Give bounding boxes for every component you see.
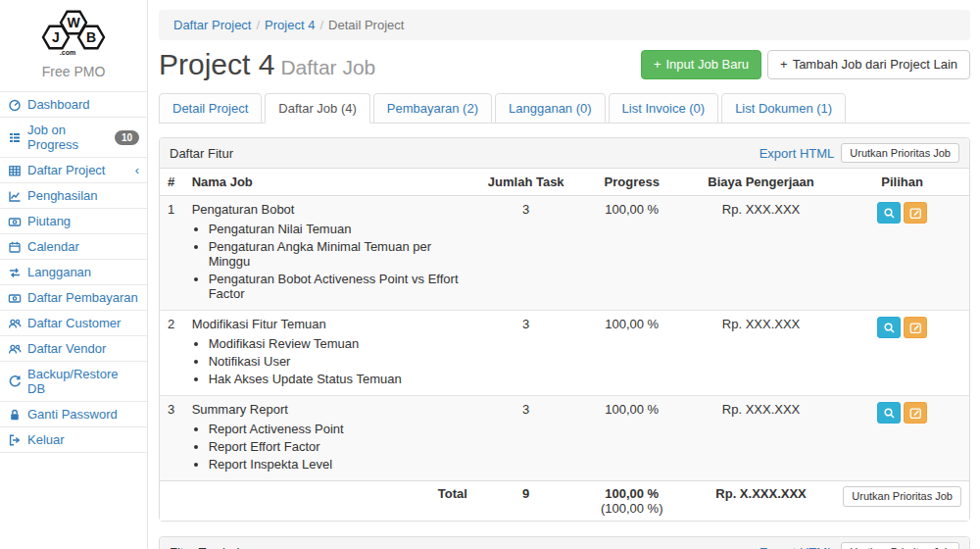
edit-job-button[interactable]	[904, 402, 927, 424]
table-row: 3 Summary Report Report Activeness Point…	[160, 396, 969, 481]
sidebar-item-daftar-pembayaran[interactable]: Daftar Pembayaran	[0, 285, 147, 311]
view-job-button[interactable]	[877, 402, 901, 424]
sidebar-item-daftar-vendor[interactable]: Daftar Vendor	[0, 336, 147, 362]
sidebar-item-label: Dashboard	[27, 97, 90, 112]
page-subtitle: Daftar Job	[280, 56, 375, 78]
view-job-button[interactable]	[877, 317, 901, 338]
logo-letter-j: J	[52, 29, 60, 45]
page-title: Project 4Daftar Job	[159, 48, 375, 81]
export-html-link[interactable]: Export HTML	[760, 545, 835, 549]
panel-actions: Export HTML Urutkan Prioritas Job	[760, 542, 959, 549]
users-icon	[8, 342, 22, 356]
edit-icon	[909, 322, 922, 334]
plus-icon: +	[654, 57, 662, 74]
edit-job-button[interactable]	[904, 202, 927, 224]
sign-out-icon	[8, 433, 22, 447]
sidebar-item-backup-restore[interactable]: Backup/Restore DB	[0, 362, 147, 402]
tab-langganan[interactable]: Langganan (0)	[495, 93, 606, 124]
breadcrumb-link-daftar-project[interactable]: Daftar Project	[173, 18, 251, 32]
brand-name: Free PMO	[0, 60, 147, 91]
daftar-fitur-table: # Nama Job Jumlah Task Progress Biaya Pe…	[160, 169, 969, 521]
total-row: Total 9 100,00 % (100,00 %) Rp. X.XXX.XX…	[160, 481, 969, 522]
job-count-badge: 10	[115, 130, 139, 145]
progress-cell: 100,00 %	[577, 311, 687, 396]
dashboard-icon	[8, 98, 22, 112]
total-cost: Rp. X.XXX.XXX	[687, 481, 835, 522]
job-cell: Modifikasi Fitur Temuan Modifikasi Revie…	[184, 311, 475, 396]
input-job-baru-button[interactable]: + Input Job Baru	[641, 50, 761, 80]
job-cell: Summary Report Report Activeness Point R…	[184, 396, 475, 481]
col-biaya-pengerjaan: Biaya Pengerjaan	[687, 169, 835, 196]
sidebar-item-dashboard[interactable]: Dashboard	[0, 92, 147, 118]
panel-daftar-fitur: Daftar Fitur Export HTML Urutkan Priorit…	[159, 137, 970, 522]
button-label: Input Job Baru	[665, 57, 749, 74]
job-title: Summary Report	[192, 402, 288, 417]
tab-list-dokumen[interactable]: List Dokumen (1)	[721, 93, 846, 124]
page-header: Project 4Daftar Job + Input Job Baru + T…	[159, 48, 970, 81]
project-title: Project 4	[159, 48, 274, 80]
lock-icon	[8, 408, 22, 422]
tab-daftar-job[interactable]: Daftar Job (4)	[265, 93, 369, 124]
sidebar-item-label: Calendar	[27, 239, 79, 254]
subtask-list: Report Activeness Point Report Effort Fa…	[192, 422, 467, 472]
view-job-button[interactable]	[877, 202, 901, 224]
urutkan-prioritas-job-button[interactable]: Urutkan Prioritas Job	[843, 486, 961, 506]
edit-job-button[interactable]	[904, 317, 927, 338]
sidebar-item-calendar[interactable]: Calendar	[0, 234, 147, 260]
jumlah-task-cell: 3	[475, 311, 577, 396]
subtask-item: Pengaturan Angka Minimal Temuan per Ming…	[209, 239, 467, 269]
col-number: #	[160, 169, 184, 196]
export-html-link[interactable]: Export HTML	[760, 146, 835, 161]
sidebar-item-label: Ganti Password	[27, 407, 118, 422]
button-label: Tambah Job dari Project Lain	[793, 57, 957, 74]
tab-detail-project[interactable]: Detail Project	[159, 93, 262, 124]
sidebar-item-label: Keluar	[27, 432, 65, 447]
logo-com-text: .com	[60, 49, 75, 56]
main-content: Daftar Project/Project 4/Detail Project …	[148, 0, 980, 549]
sidebar-item-daftar-project[interactable]: Daftar Project ‹	[0, 158, 147, 183]
sidebar-item-job-on-progress[interactable]: Job on Progress 10	[0, 118, 147, 158]
tab-list-invoice[interactable]: List Invoice (0)	[609, 93, 719, 124]
job-cell: Pengaturan Bobot Pengaturan Nilai Temuan…	[184, 196, 475, 311]
subtask-item: Hak Akses Update Status Temuan	[209, 372, 467, 386]
edit-icon	[909, 407, 922, 420]
urutkan-prioritas-job-button[interactable]: Urutkan Prioritas Job	[841, 542, 959, 549]
row-number: 3	[160, 396, 184, 481]
panel-title: Fitur Tambahan	[170, 545, 258, 549]
tab-pembayaran[interactable]: Pembayaran (2)	[373, 93, 492, 124]
logo-letter-w: W	[67, 15, 80, 30]
job-title: Pengaturan Bobot	[192, 202, 295, 217]
breadcrumb-separator: /	[319, 18, 323, 32]
biaya-cell: Rp. XXX.XXX	[687, 396, 835, 481]
jwb-logo-icon: W J B .com	[28, 8, 119, 57]
sidebar-item-keluar[interactable]: Keluar	[0, 427, 147, 453]
col-jumlah-task: Jumlah Task	[475, 169, 577, 196]
total-progress: 100,00 % (100,00 %)	[577, 481, 687, 522]
row-number: 2	[160, 311, 184, 396]
urutkan-prioritas-job-button[interactable]: Urutkan Prioritas Job	[841, 143, 959, 163]
breadcrumb: Daftar Project/Project 4/Detail Project	[159, 10, 970, 40]
sidebar-item-langganan[interactable]: Langganan	[0, 260, 147, 285]
logo-letter-b: B	[86, 29, 96, 45]
sidebar-item-daftar-customer[interactable]: Daftar Customer	[0, 311, 147, 336]
subtask-item: Report Effort Factor	[209, 439, 467, 454]
subtask-item: Modifikasi Review Temuan	[209, 336, 467, 351]
line-chart-icon	[8, 189, 22, 203]
sidebar-item-label: Backup/Restore DB	[27, 367, 139, 396]
sidebar-item-label: Daftar Vendor	[27, 341, 106, 356]
table-icon	[8, 164, 22, 177]
breadcrumb-link-project-4[interactable]: Project 4	[265, 18, 315, 32]
sidebar-item-ganti-password[interactable]: Ganti Password	[0, 402, 147, 427]
table-row: 2 Modifikasi Fitur Temuan Modifikasi Rev…	[160, 311, 969, 396]
project-tabs: Detail Project Daftar Job (4) Pembayaran…	[159, 93, 970, 124]
sidebar-item-penghasilan[interactable]: Penghasilan	[0, 183, 147, 209]
total-label: Total	[160, 481, 475, 522]
sidebar-item-piutang[interactable]: Piutang	[0, 209, 147, 234]
retweet-icon	[8, 266, 22, 279]
sidebar-menu: Dashboard Job on Progress 10 Daftar Proj…	[0, 91, 147, 453]
tambah-job-dari-project-lain-button[interactable]: + Tambah Job dari Project Lain	[767, 50, 970, 80]
sidebar-item-label: Piutang	[27, 214, 71, 228]
subtask-item: Report Activeness Point	[209, 422, 467, 436]
pilihan-cell	[835, 396, 969, 481]
users-icon	[8, 317, 22, 330]
